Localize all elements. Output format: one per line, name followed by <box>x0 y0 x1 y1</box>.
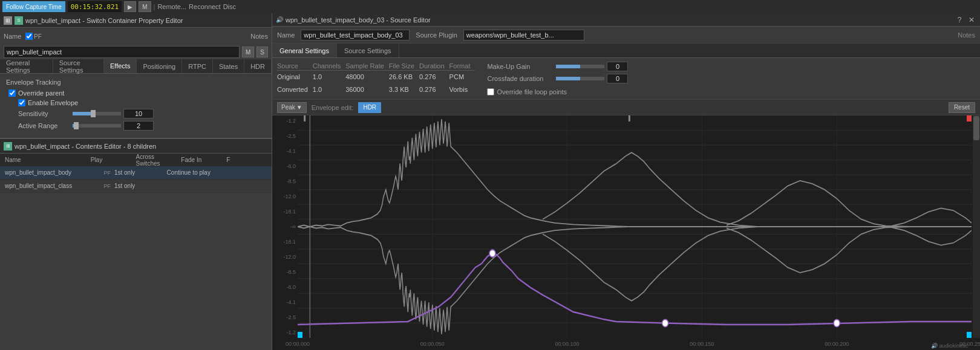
btn-m-sound[interactable]: M <box>242 47 254 57</box>
th-sample-rate: Sample Rate <box>345 62 389 71</box>
wavio-icon: 🔊 audiokinetic <box>931 343 968 349</box>
pf-label: PF <box>34 33 42 40</box>
tab-source-settings[interactable]: Source Settings <box>337 44 399 57</box>
tab-general[interactable]: General Settings <box>272 44 337 57</box>
tab-source-settings[interactable]: Source Settings <box>53 59 104 73</box>
pf-checkbox[interactable] <box>25 33 33 40</box>
waveform-svg <box>298 115 972 338</box>
tab-positioning[interactable]: Positioning <box>137 59 182 73</box>
enable-envelope-checkbox[interactable] <box>18 99 25 106</box>
toggle-button[interactable]: ▶ <box>124 1 136 12</box>
y-label-12: -4.1 <box>272 299 298 305</box>
source-name-input[interactable] <box>301 30 410 41</box>
tab-hdr[interactable]: HDR <box>244 59 272 73</box>
enable-envelope-row: Enable Envelope <box>18 99 266 106</box>
col-hdr-play: Play <box>88 157 134 163</box>
name-input-row: M S <box>0 45 272 59</box>
contents-table-header: Name Play Across Switches Fade In F <box>0 153 272 166</box>
waveform-area[interactable] <box>298 115 972 338</box>
table-row[interactable]: wpn_bullet_impact_body PF 1st only Conti… <box>0 166 272 180</box>
property-tabs: General Settings Source Settings Effects… <box>0 59 272 74</box>
time-ruler: 00:00.000 00:00.050 00:00.100 00:00.150 … <box>298 338 972 350</box>
end-marker-cyan <box>967 332 972 338</box>
follow-capture-button[interactable]: Follow Capture Time <box>2 1 65 12</box>
makeup-gain-input[interactable] <box>607 62 628 71</box>
tab-states[interactable]: States <box>213 59 244 73</box>
close-button[interactable]: ✕ <box>967 15 976 25</box>
active-range-value[interactable] <box>123 121 154 131</box>
crossfade-slider[interactable] <box>556 77 604 80</box>
time-mark-4: 00:00.200 <box>825 341 849 347</box>
cell-name-2: wpn_bullet_impact_class <box>2 183 102 189</box>
name-input[interactable] <box>4 46 240 58</box>
crossfade-row: Crossfade duration <box>487 74 628 83</box>
envelope-section: Envelope Tracking Override parent Enable… <box>0 74 272 138</box>
y-label-8: -18.1 <box>272 239 298 245</box>
btn-m[interactable]: M <box>139 1 151 12</box>
notes-area: Notes <box>958 31 975 39</box>
y-label-1: -2.5 <box>272 133 298 139</box>
y-label-0: -1.2 <box>272 118 298 124</box>
col-hdr-across: Across Switches <box>134 154 179 167</box>
override-parent-row: Override parent <box>8 89 266 97</box>
crossfade-input[interactable] <box>607 74 628 83</box>
tab-general-settings[interactable]: General Settings <box>0 59 53 73</box>
envelope-point-3 <box>834 319 840 326</box>
active-range-slider[interactable] <box>73 124 121 128</box>
y-label-14: -1.2 <box>272 329 298 335</box>
main-layout: ⊞ S wpn_bullet_impact - Switch Container… <box>0 13 980 350</box>
th-channels: Channels <box>313 62 345 71</box>
name-label: Name <box>4 33 23 40</box>
sensitivity-row: Sensitivity <box>18 109 266 118</box>
hdr-button[interactable]: HDR <box>358 102 381 113</box>
end-marker-red <box>967 115 972 122</box>
peak-label: Peak <box>281 104 295 111</box>
sensitivity-label: Sensitivity <box>18 110 73 117</box>
cell-continue-1: Continue to play <box>165 169 217 176</box>
source-info-row: Name Source Plugin Notes <box>272 27 980 44</box>
scrollbar-thumb[interactable] <box>973 116 979 140</box>
th-source: Source <box>277 62 313 71</box>
envelope-edit-bar: Peak ▼ Envelope edit: HDR Reset <box>272 100 980 115</box>
cell-pf-1: PF <box>102 170 112 176</box>
vertical-scrollbar[interactable] <box>973 115 980 338</box>
makeup-gain-slider[interactable] <box>556 65 604 68</box>
waveform-container: -1.2 -2.5 -4.1 -6.0 -8.5 -12.0 -18.1 -∞ … <box>272 115 980 350</box>
table-row[interactable]: wpn_bullet_impact_class PF 1st only <box>0 180 272 193</box>
plugin-input[interactable] <box>463 30 584 41</box>
tab-rtpc[interactable]: RTPC <box>182 59 213 73</box>
y-label-9: -12.0 <box>272 254 298 260</box>
disc-label: Disc <box>223 3 236 10</box>
pf-checkbox-row: PF <box>25 33 42 40</box>
contents-title: wpn_bullet_impact - Contents Editor - 8 … <box>15 143 156 150</box>
svg-rect-20 <box>304 115 305 122</box>
override-loop-checkbox[interactable] <box>487 88 494 96</box>
reset-button[interactable]: Reset <box>949 102 975 113</box>
btn-s-sound[interactable]: S <box>256 47 268 57</box>
tab-effects[interactable]: Effects <box>104 59 137 73</box>
y-label-5: -12.0 <box>272 193 298 199</box>
active-range-row: Active Range <box>18 121 266 131</box>
th-file-size: File Size <box>389 62 419 71</box>
peak-dropdown-icon: ▼ <box>296 104 302 111</box>
cell-play-1: 1st only <box>112 169 165 176</box>
contents-editor: ⊞ wpn_bullet_impact - Contents Editor - … <box>0 138 272 350</box>
name-row: Name PF Notes <box>0 28 272 45</box>
separator: | <box>154 3 155 10</box>
sensitivity-value[interactable] <box>123 109 154 118</box>
help-button[interactable]: ? <box>955 15 964 25</box>
contents-icon: ⊞ <box>4 142 12 151</box>
peak-button[interactable]: Peak ▼ <box>277 102 307 113</box>
makeup-gain-label: Make-Up Gain <box>487 63 554 70</box>
envelope-point-1 <box>489 250 495 257</box>
td-dur-conv: 0.276 <box>419 83 449 96</box>
th-duration: Duration <box>419 62 449 71</box>
svg-rect-21 <box>629 115 630 122</box>
y-label-4: -8.5 <box>272 178 298 184</box>
reconnect-label: Reconnect <box>189 3 221 10</box>
y-label-3: -6.0 <box>272 163 298 169</box>
sensitivity-slider[interactable] <box>73 112 121 115</box>
time-mark-0: 00:00.000 <box>286 341 310 347</box>
source-tabs: General Settings Source Settings <box>272 44 980 58</box>
override-parent-checkbox[interactable] <box>8 89 16 97</box>
